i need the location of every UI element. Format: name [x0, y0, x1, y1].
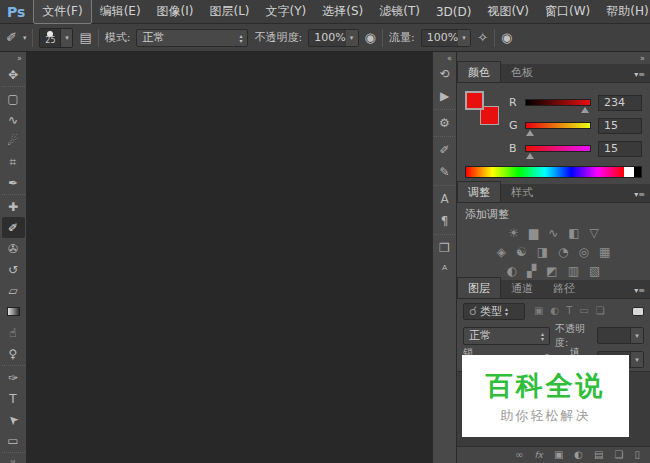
spot-healing-tool[interactable]: ✚ [2, 196, 25, 217]
levels-icon[interactable]: ▆ [529, 227, 538, 239]
green-channel-value[interactable]: 15 [598, 118, 642, 134]
menu-item-9[interactable]: 窗口(W) [537, 0, 598, 23]
filter-pixel-layers-icon[interactable]: ▣ [534, 306, 543, 316]
character-panel-icon[interactable]: A [434, 188, 455, 210]
delete-layer-icon[interactable]: ▯ [634, 450, 640, 460]
invert-icon[interactable]: ◐ [507, 265, 517, 277]
filter-type-layers-icon[interactable]: T [566, 306, 572, 316]
blue-channel-value[interactable]: 15 [598, 141, 642, 157]
layer-opacity-caret[interactable]: ▾ [631, 327, 644, 344]
tool-preset-caret-icon[interactable]: ▾ [23, 34, 27, 42]
red-channel-value[interactable]: 234 [598, 95, 642, 111]
menu-item-4[interactable]: 文字(Y) [258, 0, 315, 23]
layers-tab-1[interactable]: 通道 [501, 278, 543, 298]
tablet-pressure-opacity-icon[interactable]: ◉ [365, 30, 376, 45]
toolbar-collapse-icon[interactable]: » [13, 53, 26, 64]
exposure-icon[interactable]: ◧ [568, 227, 579, 239]
quick-selection-tool[interactable]: ☄ [2, 130, 25, 151]
brightness-contrast-icon[interactable]: ☀ [508, 227, 519, 239]
hand-tool[interactable]: ✌ [2, 454, 25, 463]
tablet-pressure-size-icon[interactable]: ◉ [501, 30, 512, 45]
color-tab-1[interactable]: 色板 [501, 62, 543, 82]
menu-item-0[interactable]: 文件(F) [33, 0, 91, 24]
dock-expand-icon[interactable]: « [443, 52, 456, 63]
red-channel-slider[interactable] [525, 99, 591, 106]
link-layers-icon[interactable]: ∞ [515, 450, 523, 460]
menu-item-5[interactable]: 选择(S) [314, 0, 371, 23]
flow-combo[interactable]: 100% ▾ [421, 29, 471, 47]
layer-comps-panel-icon[interactable]: ❐ [434, 237, 455, 259]
adjustments-tab-1[interactable]: 样式 [501, 182, 543, 202]
layers-panel-menu-icon[interactable]: ▾≡ [629, 286, 650, 298]
menu-item-7[interactable]: 3D(D) [428, 2, 479, 22]
panels-collapse-icon[interactable]: » [640, 54, 645, 63]
brush-presets-panel-icon[interactable]: ✎ [434, 161, 455, 183]
toggle-brush-panel-icon[interactable]: ▤ [79, 30, 91, 45]
history-brush-tool[interactable]: ↺ [2, 259, 25, 280]
layers-tab-0[interactable]: 图层 [457, 277, 501, 298]
paragraph-panel-icon[interactable]: ¶ [434, 210, 455, 232]
adjustments-tab-0[interactable]: 调整 [457, 181, 501, 202]
dodge-tool[interactable]: ♀ [2, 343, 25, 364]
layer-opacity-combo[interactable]: ▾ [597, 327, 644, 344]
spectrum-gradient[interactable] [466, 167, 624, 177]
color-spectrum-ramp[interactable] [465, 166, 642, 178]
brush-size-caret[interactable]: ▾ [60, 29, 72, 47]
smudge-tool[interactable]: ☝ [2, 322, 25, 343]
layers-tab-2[interactable]: 路径 [543, 278, 585, 298]
layer-filtering-toggle[interactable] [632, 307, 644, 316]
slider-thumb-icon[interactable] [526, 130, 534, 136]
layer-mask-icon[interactable]: ▣ [554, 450, 563, 460]
blend-mode-select[interactable]: 正常 ▴▾ [136, 29, 248, 47]
layer-fill-caret[interactable]: ▾ [631, 351, 644, 368]
spectrum-white-swatch[interactable] [624, 167, 634, 177]
posterize-icon[interactable]: ▞ [527, 265, 536, 277]
filter-adjustment-layers-icon[interactable]: ◐ [550, 306, 559, 316]
eraser-tool[interactable]: ▱ [2, 280, 25, 301]
filter-smart-objects-icon[interactable]: ❏ [596, 306, 605, 316]
menu-item-3[interactable]: 图层(L) [201, 0, 257, 23]
layer-group-icon[interactable]: ▤ [594, 450, 603, 460]
black-white-icon[interactable]: ◨ [537, 246, 548, 258]
eyedropper-tool[interactable]: ✒ [2, 172, 25, 193]
foreground-swatch[interactable] [465, 91, 484, 110]
spectrum-black-swatch[interactable] [634, 167, 641, 177]
pen-tool[interactable]: ✑ [2, 367, 25, 388]
selective-color-icon[interactable]: ▧ [589, 265, 600, 277]
opacity-caret[interactable]: ▾ [346, 29, 359, 47]
green-channel-slider[interactable] [525, 122, 591, 129]
marquee-tool[interactable]: ▢ [2, 88, 25, 109]
menu-item-6[interactable]: 滤镜(T) [371, 0, 428, 23]
color-lookup-icon[interactable]: ▦ [599, 246, 610, 258]
color-tab-0[interactable]: 颜色 [457, 61, 501, 82]
menu-item-1[interactable]: 编辑(E) [92, 0, 149, 23]
gradient-tool[interactable] [2, 301, 25, 322]
crop-tool[interactable]: ⌗ [2, 151, 25, 172]
type-tool[interactable]: T [2, 388, 25, 409]
path-selection-tool[interactable]: ➤ [2, 409, 25, 430]
character-styles-panel-icon[interactable]: ᴬ [434, 259, 455, 281]
photo-filter-icon[interactable]: ◔ [558, 246, 568, 258]
layer-opacity-value[interactable] [597, 327, 631, 344]
color-panel-menu-icon[interactable]: ▾≡ [629, 70, 650, 82]
clone-stamp-tool[interactable]: ✇ [2, 238, 25, 259]
channel-mixer-icon[interactable]: ◎ [579, 246, 589, 258]
slider-thumb-icon[interactable] [581, 107, 589, 113]
hue-saturation-icon[interactable]: ◈ [497, 246, 506, 258]
menu-item-8[interactable]: 视图(V) [479, 0, 537, 23]
airbrush-icon[interactable]: ✧ [477, 30, 488, 45]
adjustments-panel-menu-icon[interactable]: ▾≡ [629, 190, 650, 202]
gradient-map-icon[interactable]: ▥ [568, 265, 579, 277]
layer-filter-select[interactable]: ☌ 类型 ▴▾ [463, 303, 525, 320]
threshold-icon[interactable]: ◩ [546, 265, 557, 277]
brush-panel-icon[interactable]: ✐ [434, 139, 455, 161]
tool-preset-brush-icon[interactable]: ✐ [6, 30, 17, 45]
brush-size-picker[interactable]: 25 ▾ [39, 28, 73, 48]
properties-panel-icon[interactable]: ⚙ [434, 112, 455, 134]
canvas-workspace[interactable] [27, 52, 432, 463]
adjustment-layer-icon[interactable]: ◐ [574, 450, 583, 460]
history-panel-icon[interactable]: ⟲ [434, 63, 455, 85]
lasso-tool[interactable]: ∿ [2, 109, 25, 130]
brush-tool[interactable]: ✐ [2, 217, 25, 238]
menu-item-2[interactable]: 图像(I) [149, 0, 202, 23]
